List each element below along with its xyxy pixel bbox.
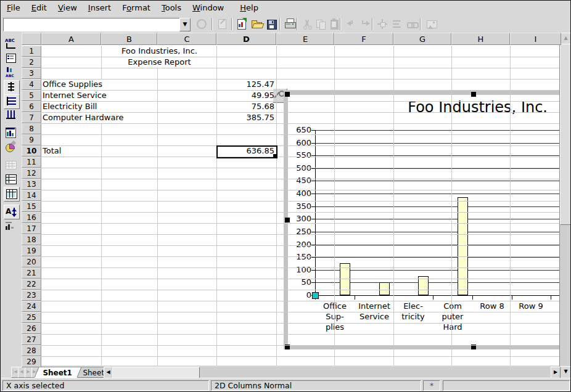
reorganize-chart-button[interactable]	[4, 219, 18, 232]
row-header-19[interactable]: 19	[22, 245, 41, 256]
cell-D6[interactable]: 75.68	[216, 101, 276, 112]
horizontal-grid-button[interactable]	[4, 94, 20, 109]
row-header-24[interactable]: 24	[22, 301, 41, 312]
paste-button[interactable]	[328, 18, 340, 30]
vertical-scrollbar[interactable]: ▲▼	[559, 33, 570, 378]
scroll-up-button[interactable]: ▲	[560, 33, 571, 45]
column-header-B[interactable]: B	[101, 33, 157, 45]
row-header-29[interactable]: 29	[22, 356, 41, 367]
row-header-4[interactable]: 4	[22, 79, 41, 90]
url-dropdown-button[interactable]: ▼	[179, 18, 191, 31]
chart-type-button[interactable]	[4, 126, 18, 140]
row-header-13[interactable]: 13	[22, 179, 41, 190]
grid-line	[41, 190, 559, 190]
open-button[interactable]	[250, 18, 263, 30]
menu-help[interactable]: Help	[234, 1, 264, 14]
data-in-rows-button[interactable]	[4, 173, 18, 186]
row-header-5[interactable]: 5	[22, 90, 41, 101]
row-header-7[interactable]: 7	[22, 112, 41, 123]
menu-insert[interactable]: Insert	[83, 1, 117, 14]
row-header-23[interactable]: 23	[22, 290, 41, 301]
row-header-26[interactable]: 26	[22, 323, 41, 334]
edit-file-button[interactable]	[216, 18, 228, 30]
cell-A10[interactable]: Total	[41, 145, 101, 157]
row-header-3[interactable]: 3	[22, 68, 41, 79]
print-button[interactable]	[284, 18, 296, 30]
scroll-down-button[interactable]: ▼	[560, 366, 571, 378]
hyperlink-button[interactable]	[406, 18, 418, 30]
row-header-10[interactable]: 10	[22, 145, 41, 157]
cell-D4[interactable]: 125.47	[216, 79, 276, 90]
row-header-8[interactable]: 8	[22, 123, 41, 134]
column-header-G[interactable]: G	[393, 33, 451, 45]
row-header-22[interactable]: 22	[22, 279, 41, 290]
column-header-D[interactable]: D	[216, 33, 276, 45]
gallery-button[interactable]	[425, 18, 438, 30]
url-combobox[interactable]	[3, 18, 181, 31]
cell-D5[interactable]: 49.95	[216, 90, 276, 101]
cell-B1[interactable]: Foo Industries, Inc.	[101, 46, 216, 57]
row-header-17[interactable]: 17	[22, 223, 41, 234]
titles-on-off-button[interactable]: ABC	[4, 38, 18, 51]
cell-A6[interactable]: Electricity Bill	[41, 101, 216, 112]
select-all-corner[interactable]	[22, 33, 41, 45]
row-header-1[interactable]: 1	[22, 46, 41, 57]
hscroll-right-button[interactable]: ▶	[551, 367, 561, 378]
save-button[interactable]	[265, 18, 277, 30]
cell-D7[interactable]: 385.75	[216, 112, 276, 123]
cell-A4[interactable]: Office Supplies	[41, 79, 216, 90]
stop-button[interactable]	[195, 18, 208, 30]
cell-cursor[interactable]	[216, 145, 277, 158]
menu-format[interactable]: Format	[117, 1, 156, 14]
row-header-12[interactable]: 12	[22, 168, 41, 179]
cell-fill-handle[interactable]	[273, 154, 277, 158]
column-header-E[interactable]: E	[276, 33, 334, 45]
undo-button[interactable]	[344, 18, 356, 30]
data-in-columns-button[interactable]	[4, 187, 20, 202]
row-header-16[interactable]: 16	[22, 212, 41, 223]
row-header-21[interactable]: 21	[22, 267, 41, 279]
column-header-H[interactable]: H	[451, 33, 510, 45]
stylist-button[interactable]	[391, 18, 403, 30]
row-header-20[interactable]: 20	[22, 256, 41, 267]
cell-A7[interactable]: Computer Hardware	[41, 112, 216, 123]
stop-icon	[197, 19, 207, 29]
cell-B2[interactable]: Expense Report	[101, 57, 216, 68]
menu-tools[interactable]: Tools	[156, 1, 187, 14]
cell-A5[interactable]: Internet Service	[41, 90, 216, 101]
row-header-14[interactable]: 14	[22, 190, 41, 201]
autoformat-button[interactable]	[4, 141, 18, 154]
menu-edit[interactable]: Edit	[26, 1, 52, 14]
sheet-tab-sheet1[interactable]: Sheet1	[34, 367, 81, 378]
redo-button[interactable]	[359, 18, 371, 30]
vertical-grid-button[interactable]	[4, 108, 18, 122]
menu-window[interactable]: Window	[187, 1, 229, 14]
row-header-27[interactable]: 27	[22, 334, 41, 345]
row-header-28[interactable]: 28	[22, 345, 41, 356]
row-header-6[interactable]: 6	[22, 101, 41, 112]
horizontal-scroll-thumb[interactable]	[112, 367, 200, 378]
row-header-11[interactable]: 11	[22, 157, 41, 168]
row-header-18[interactable]: 18	[22, 234, 41, 245]
url-input[interactable]	[4, 19, 179, 30]
axis-descriptions-button[interactable]	[4, 80, 20, 95]
menu-view[interactable]: View	[52, 1, 83, 14]
navigator-button[interactable]	[376, 18, 388, 30]
new-document-button[interactable]	[236, 18, 248, 30]
legend-on-off-button[interactable]	[4, 52, 18, 65]
vertical-scroll-thumb[interactable]	[560, 44, 571, 225]
column-header-C[interactable]: C	[157, 33, 216, 45]
column-header-F[interactable]: F	[334, 33, 393, 45]
column-header-I[interactable]: I	[510, 33, 561, 45]
axes-titles-on-off-button[interactable]: ABC	[4, 66, 18, 80]
menu-file[interactable]: File	[1, 1, 26, 14]
row-header-2[interactable]: 2	[22, 57, 41, 68]
column-header-A[interactable]: A	[41, 33, 101, 45]
row-header-9[interactable]: 9	[22, 134, 41, 145]
copy-button[interactable]	[314, 18, 327, 30]
toolbar-separator	[212, 18, 213, 30]
cut-button[interactable]	[301, 18, 313, 30]
row-header-25[interactable]: 25	[22, 312, 41, 323]
scale-text-button[interactable]: A	[4, 205, 20, 219]
row-header-15[interactable]: 15	[22, 201, 41, 212]
